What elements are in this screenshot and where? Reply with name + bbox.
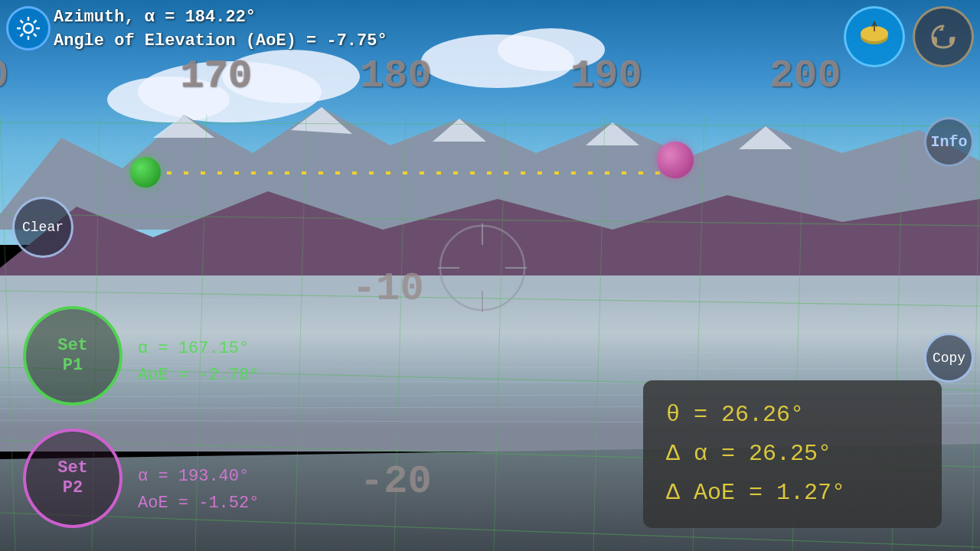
set-p1-button[interactable]: SetP1 [23, 306, 122, 406]
svg-line-29 [34, 21, 37, 24]
p2-coordinates: α = 193.40° AoE = -1.52° [138, 463, 259, 517]
delta-alpha: Δ α = 26.25° [666, 435, 919, 474]
p1-coordinates: α = 167.15° AoE = -2.78° [138, 335, 259, 389]
info-label: Info [930, 133, 967, 151]
azimuth-0: 0 [0, 54, 8, 99]
clear-label: Clear [22, 220, 64, 235]
gear-icon [15, 15, 41, 41]
header-info: Azimuth, α = 184.22° Angle of Elevation … [54, 6, 387, 54]
trajectory-line [161, 171, 674, 174]
svg-line-30 [21, 34, 24, 37]
compass-icon [855, 18, 893, 56]
info-button[interactable]: Info [924, 117, 974, 167]
svg-point-22 [24, 24, 33, 33]
p1-aoe: AoE = -2.78° [138, 362, 259, 389]
azimuth-170: 170 [180, 54, 252, 99]
azimuth-value: Azimuth, α = 184.22° [54, 6, 387, 30]
set-p2-label: SetP2 [57, 458, 88, 499]
azimuth-180: 180 [360, 54, 432, 99]
undo-icon [925, 18, 962, 55]
svg-line-28 [34, 34, 37, 37]
settings-button[interactable] [6, 6, 51, 51]
p1-alpha: α = 167.15° [138, 335, 259, 362]
set-p1-label: SetP1 [57, 336, 88, 377]
p2-aoe: AoE = -1.52° [138, 490, 259, 517]
copy-label: Copy [933, 350, 965, 366]
copy-button[interactable]: Copy [924, 333, 974, 383]
point-p1 [130, 157, 161, 187]
crosshair [436, 222, 528, 314]
delta-info-box: θ = 26.26° Δ α = 26.25° Δ AoE = 1.27° [643, 380, 942, 528]
elev-neg20: -20 [360, 459, 432, 504]
elev-neg10: -10 [352, 266, 424, 311]
p2-alpha: α = 193.40° [138, 463, 259, 490]
calibrate-button[interactable] [844, 6, 905, 67]
clear-button[interactable]: Clear [12, 197, 74, 258]
point-p2 [657, 142, 694, 178]
undo-button[interactable] [913, 6, 974, 67]
set-p2-button[interactable]: SetP2 [23, 429, 122, 528]
aoe-value: Angle of Elevation (AoE) = -7.75° [54, 30, 387, 54]
delta-theta: θ = 26.26° [666, 396, 919, 435]
azimuth-190: 190 [570, 54, 642, 99]
delta-aoe: Δ AoE = 1.27° [666, 474, 919, 513]
azimuth-200: 200 [769, 54, 841, 99]
svg-line-27 [21, 21, 24, 24]
